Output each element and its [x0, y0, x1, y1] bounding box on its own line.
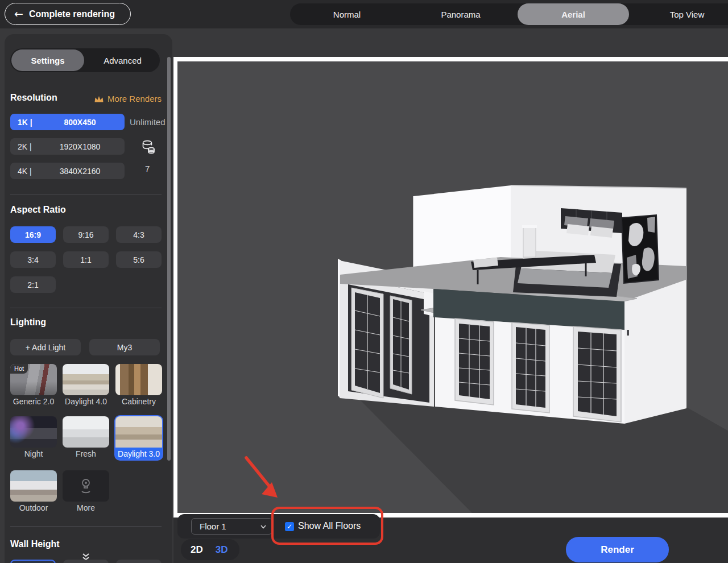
- lighting-preset-more[interactable]: More: [63, 470, 109, 512]
- tab-aerial[interactable]: Aerial: [518, 3, 629, 25]
- render-button[interactable]: Render: [566, 537, 669, 562]
- wall-height-option[interactable]: [116, 560, 162, 563]
- front-french-door: [573, 326, 621, 422]
- aspect-5-6[interactable]: 5:6: [116, 251, 162, 268]
- lighting-preset-generic[interactable]: Hot Generic 2.0: [10, 364, 57, 406]
- resolution-4k[interactable]: 4K | 3840X2160: [10, 163, 125, 179]
- lighting-title: Lighting: [10, 317, 46, 328]
- aspect-2-1[interactable]: 2:1: [10, 276, 56, 293]
- resolution-2k[interactable]: 2K | 1920X1080: [10, 138, 125, 155]
- mode-2d[interactable]: 2D: [191, 544, 203, 556]
- settings-panel: Settings Advanced Resolution More Render…: [5, 34, 172, 563]
- tab-panorama[interactable]: Panorama: [404, 3, 518, 25]
- render-credits-count: 7: [145, 164, 150, 173]
- show-all-floors-label[interactable]: Show All Floors: [298, 521, 361, 531]
- tab-normal[interactable]: Normal: [290, 3, 404, 25]
- back-button-label: Complete rendering: [29, 9, 115, 19]
- header: ← Complete rendering Normal Panorama Aer…: [0, 0, 728, 28]
- render-credits-icon: [142, 139, 155, 158]
- door-handle: [627, 330, 629, 336]
- lighting-preset-night[interactable]: Night: [10, 416, 57, 458]
- show-all-floors-checkbox[interactable]: ✓: [285, 522, 294, 531]
- left-french-door: [351, 288, 383, 398]
- resolution-1k[interactable]: 1K | 800X450: [10, 114, 125, 130]
- floor-select[interactable]: Floor 1: [191, 518, 272, 535]
- add-light-button[interactable]: + Add Light: [10, 339, 81, 355]
- tab-top-view[interactable]: Top View: [629, 3, 728, 25]
- daylight3-thumbnail: [115, 416, 162, 448]
- lighting-preset-daylight3-selected[interactable]: Daylight 3.0: [114, 415, 163, 461]
- wall-artwork: [622, 215, 659, 283]
- back-button[interactable]: ← Complete rendering: [5, 3, 131, 25]
- cabinetry-thumbnail: [115, 364, 162, 395]
- left-french-door: [390, 296, 412, 394]
- more-renders-link[interactable]: More Renders: [94, 94, 162, 104]
- divider: [10, 526, 162, 527]
- crown-icon: [94, 95, 104, 103]
- sidebar-scrollbar[interactable]: [167, 57, 171, 461]
- wall-height-option-selected[interactable]: [10, 560, 56, 563]
- floor-select-value: Floor 1: [200, 521, 226, 531]
- fresh-thumbnail: [63, 416, 109, 448]
- aspect-3-4[interactable]: 3:4: [10, 251, 56, 268]
- arrow-left-icon: ←: [14, 9, 23, 19]
- aspect-16-9[interactable]: 16:9: [10, 226, 56, 243]
- my-lighting-button[interactable]: My3: [89, 339, 160, 355]
- outdoor-thumbnail: [10, 470, 57, 502]
- 3d-model-aerial: [177, 61, 728, 513]
- hot-badge: Hot: [10, 364, 28, 374]
- daylight4-thumbnail: [63, 364, 109, 395]
- tab-settings[interactable]: Settings: [11, 49, 84, 71]
- resolution-title: Resolution: [10, 93, 57, 103]
- unlimited-label: Unlimited: [130, 117, 166, 127]
- front-french-door: [512, 322, 549, 413]
- floor-controls: Floor 1 ✓ Show All Floors: [177, 514, 380, 539]
- aspect-1-1[interactable]: 1:1: [63, 251, 109, 268]
- divider: [10, 194, 162, 194]
- aspect-4-3[interactable]: 4:3: [116, 226, 162, 243]
- aspect-ratio-title: Aspect Ratio: [10, 205, 66, 215]
- viewport-3d-scene[interactable]: [177, 61, 728, 513]
- divider: [10, 308, 162, 308]
- aspect-9-16[interactable]: 9:16: [63, 226, 109, 243]
- generic-thumbnail: Hot: [10, 364, 57, 395]
- panel-tab-switcher: Settings Advanced: [10, 48, 160, 72]
- render-viewport-frame: [173, 57, 728, 518]
- wall-height-title: Wall Height: [10, 539, 60, 549]
- tab-advanced[interactable]: Advanced: [85, 48, 160, 72]
- mode-3d[interactable]: 3D: [216, 544, 228, 556]
- lighting-preset-outdoor[interactable]: Outdoor: [10, 470, 57, 512]
- side-table: [522, 225, 537, 257]
- lighting-preset-fresh[interactable]: Fresh: [63, 416, 109, 458]
- night-thumbnail: [10, 416, 57, 448]
- chevron-down-icon: [260, 525, 266, 529]
- view-mode-tabs: Normal Panorama Aerial Top View: [290, 3, 728, 25]
- lighting-preset-daylight4[interactable]: Daylight 4.0: [63, 364, 109, 406]
- lighting-preset-cabinetry[interactable]: Cabinetry: [115, 364, 162, 406]
- wall-height-option[interactable]: [63, 560, 109, 563]
- more-lighting-icon: [63, 470, 109, 502]
- front-french-door: [455, 318, 494, 405]
- dimension-mode-toggle: 2D 3D: [181, 539, 239, 560]
